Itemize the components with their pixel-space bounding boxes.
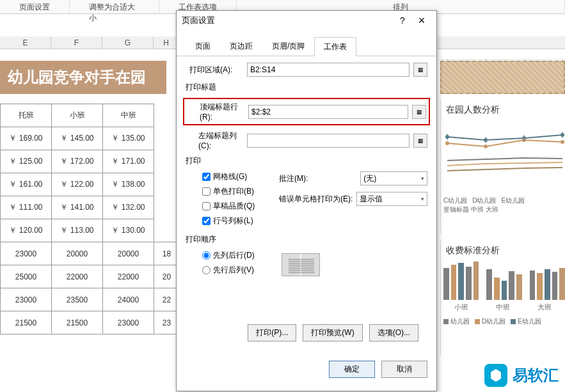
svg-point-4 [445,141,449,145]
help-icon[interactable]: ? [393,15,412,26]
ok-button[interactable]: 确定 [329,361,375,378]
order-group: 打印顺序 [186,234,427,245]
chart2-legend: 幼儿园 D幼儿园 E幼儿园 [441,317,565,326]
cell[interactable]: 23500 [52,288,103,311]
tab-header-footer[interactable]: 页眉/页脚 [262,36,314,56]
rb-down-label: 先列后行(D) [213,250,255,261]
header-zhongban[interactable]: 中班 [103,104,154,127]
dialog-body: 打印区域(A): ▦ 打印标题 顶端标题行(R): ▦ 左端标题列(C): ▦ … [177,56,436,354]
options-button[interactable]: 选项(O)... [369,324,418,341]
page-setup-dialog: 页面设置 ? × 页面 页边距 页眉/页脚 工作表 打印区域(A): ▦ 打印标… [176,10,437,391]
data-table: 托班 小班 中班 ￥ 169.00￥ 145.00￥ 135.00 ￥ 125.… [0,104,180,334]
cell[interactable]: ￥ 138.00 [103,173,154,196]
cell[interactable]: 25000 [1,265,52,288]
range-select-icon[interactable]: ▦ [413,134,427,148]
cell[interactable]: ￥ 145.00 [52,127,103,150]
header-toban[interactable]: 托班 [1,104,52,127]
cell[interactable]: 23000 [103,311,154,334]
cell[interactable]: ￥ 169.00 [1,127,52,150]
tab-margins[interactable]: 页边距 [220,36,262,56]
sheet-title-banner: 幼儿园竞争对手在园 [0,61,166,94]
cell[interactable]: 21500 [52,311,103,334]
order-preview-icon [282,253,320,276]
range-select-icon[interactable]: ▦ [413,63,427,77]
ribbon-page-setup[interactable]: 页面设置 [0,0,70,13]
chart-fees: 收费标准分析 小班中班大班 幼儿园 D幼儿园 E幼儿园 [440,240,565,355]
cb-bw-label: 单色打印(B) [213,186,254,197]
cell[interactable]: 23000 [1,288,52,311]
print-area-label: 打印区域(A): [186,65,243,75]
cell[interactable]: ￥ 172.00 [52,150,103,173]
left-cols-label: 左端标题列(C): [186,130,243,150]
brand-logo: 易软汇 [484,364,559,387]
cell[interactable]: ￥ 120.00 [1,219,52,242]
comments-label: 批注(M): [275,173,308,184]
cancel-button[interactable]: 取消 [381,361,427,378]
chevron-down-icon: ▾ [421,175,424,182]
col-header-F[interactable]: F [51,36,102,49]
top-rows-input[interactable] [248,105,408,119]
chart2-title: 收费标准分析 [441,240,565,262]
comments-select[interactable]: (无)▾ [360,171,427,185]
cb-draft[interactable] [202,202,211,210]
cell[interactable]: 20000 [52,242,103,265]
errors-label: 错误单元格打印为(E): [275,194,353,205]
cb-bw[interactable] [202,187,211,196]
cell[interactable]: 21500 [1,311,52,334]
ribbon-scale-fit[interactable]: 调整为合适大小 [70,0,159,13]
svg-point-5 [484,145,488,148]
print-area-input[interactable] [247,63,410,77]
close-icon[interactable]: × [412,14,431,27]
col-header-E[interactable]: E [0,36,51,49]
cell[interactable]: ￥ 135.00 [103,127,154,150]
print-titles-group: 打印标题 [186,82,427,93]
cell[interactable]: ￥ 113.00 [52,219,103,242]
rb-down-over[interactable] [202,251,211,260]
dialog-title-text: 页面设置 [182,15,393,26]
cb-gridlines-label: 网格线(G) [213,171,247,182]
cell[interactable]: ￥ 125.00 [1,150,52,173]
cell[interactable]: 22000 [103,265,154,288]
cb-rowcol-label: 行号列标(L) [213,216,253,226]
tab-sheet[interactable]: 工作表 [314,37,356,56]
chart2-x-labels: 小班中班大班 [441,302,565,312]
range-select-icon[interactable]: ▦ [412,105,426,119]
highlighted-top-rows: 顶端标题行(R): ▦ [183,98,430,125]
cell[interactable]: ￥ 132.00 [103,196,154,219]
cb-rowcol[interactable] [202,217,211,225]
top-rows-label: 顶端标题行(R): [187,102,244,122]
svg-point-7 [561,140,564,144]
tab-page[interactable]: 页面 [186,36,220,56]
cell[interactable]: 23000 [1,242,52,265]
errors-select[interactable]: 显示值▾ [356,192,427,206]
cell[interactable]: 20000 [103,242,154,265]
cell[interactable]: ￥ 141.00 [52,196,103,219]
cell[interactable]: 22000 [52,265,103,288]
chart1-title: 在园人数分析 [441,99,565,121]
cell[interactable]: ￥ 111.00 [1,196,52,219]
print-button[interactable]: 打印(P)... [248,324,296,341]
rb-over-label: 先行后列(V) [213,265,254,276]
cell[interactable]: ￥ 122.00 [52,173,103,196]
header-xiaoban[interactable]: 小班 [52,104,103,127]
cb-gridlines[interactable] [202,173,211,181]
cell[interactable]: ￥ 161.00 [1,173,52,196]
left-cols-input[interactable] [247,134,410,148]
banner-pattern-right [440,61,565,94]
chart1-axis-label: 竖轴标题 中班 大班 [441,205,565,214]
cb-draft-label: 草稿品质(Q) [213,201,255,212]
cell[interactable]: ￥ 171.00 [103,150,154,173]
dialog-titlebar: 页面设置 ? × [177,11,436,30]
rb-over-down[interactable] [202,266,211,274]
print-group: 打印 [186,155,427,166]
line-chart-svg [441,121,565,191]
cell[interactable]: ￥ 130.00 [103,219,154,242]
chart-enrollment: 在园人数分析 C幼儿园 D幼儿园 E幼儿园 竖轴标题 中班 大班 [440,99,565,233]
chart1-legend: C幼儿园 D幼儿园 E幼儿园 [441,196,565,205]
cell[interactable]: 24000 [103,288,154,311]
logo-badge-icon [484,364,507,387]
logo-text: 易软汇 [513,365,559,386]
preview-button[interactable]: 打印预览(W) [303,324,362,341]
col-header-G[interactable]: G [102,36,154,49]
col-header-H[interactable]: H [154,36,179,49]
